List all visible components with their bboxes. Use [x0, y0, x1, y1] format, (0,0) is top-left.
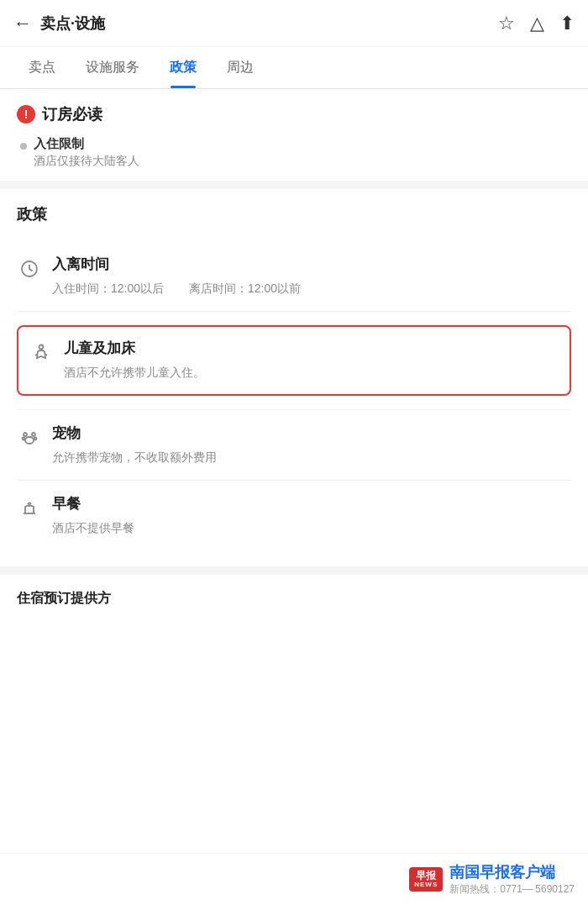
badge-logo-top: 早报	[416, 871, 436, 881]
badge-container: 早报 NEWS 南国早报客户端 新闻热线：0771— 5690127	[409, 862, 575, 897]
badge-brand-name: 南国早报客户端	[449, 862, 575, 882]
provider-divider	[0, 566, 588, 575]
badge-logo: 早报 NEWS	[409, 867, 443, 892]
checkin-policy-item: 入离时间 入住时间：12:00以后 离店时间：12:00以前	[17, 241, 571, 312]
must-read-icon: !	[17, 105, 35, 124]
restriction-item: 入住限制 酒店仅接待大陆客人	[20, 136, 571, 169]
header-icons: ☆ △ ⬆	[498, 13, 575, 34]
bottom-badge: 早报 NEWS 南国早报客户端 新闻热线：0771— 5690127	[0, 853, 588, 905]
breakfast-desc: 酒店不提供早餐	[52, 518, 571, 537]
hotline-number: 0771— 5690127	[500, 883, 575, 895]
back-button[interactable]: ←	[13, 13, 32, 34]
star-icon[interactable]: ☆	[498, 13, 515, 34]
tab-policy[interactable]: 政策	[155, 47, 212, 88]
tab-nearby[interactable]: 周边	[212, 47, 269, 88]
svg-point-4	[32, 433, 35, 436]
badge-logo-bottom: NEWS	[414, 881, 438, 889]
svg-point-2	[25, 437, 34, 444]
checkin-title: 入离时间	[52, 255, 571, 274]
alert-icon[interactable]: △	[530, 13, 544, 34]
pet-policy-item: 宠物 允许携带宠物，不收取额外费用	[17, 410, 571, 481]
content: ! 订房必读 入住限制 酒店仅接待大陆客人 政策 入离时间	[0, 89, 588, 680]
svg-point-3	[24, 433, 27, 436]
tab-bar: 卖点 设施服务 政策 周边	[0, 47, 588, 89]
must-read-label: 订房必读	[42, 104, 102, 124]
breakfast-policy-item: 早餐 酒店不提供早餐	[17, 481, 571, 550]
tab-facilities[interactable]: 设施服务	[71, 47, 155, 88]
checkin-content: 入离时间 入住时间：12:00以后 离店时间：12:00以前	[52, 255, 571, 297]
policy-section-title: 政策	[17, 204, 571, 224]
clock-icon-wrap	[17, 256, 42, 281]
child-icon	[31, 343, 51, 363]
policy-section: 政策 入离时间 入住时间：12:00以后 离店时间：12:00以前	[0, 189, 588, 566]
restriction-desc: 酒店仅接待大陆客人	[34, 154, 139, 169]
badge-brand: 南国早报客户端 新闻热线：0771— 5690127	[449, 862, 575, 897]
badge-hotline: 新闻热线：0771— 5690127	[449, 882, 575, 897]
bullet-dot	[20, 143, 27, 150]
clock-icon	[19, 259, 39, 279]
pet-icon	[19, 428, 39, 448]
restriction-content: 入住限制 酒店仅接待大陆客人	[34, 136, 139, 169]
pet-icon-wrap	[17, 425, 42, 450]
must-read-section: ! 订房必读 入住限制 酒店仅接待大陆客人	[0, 89, 588, 181]
children-policy-box: 儿童及加床 酒店不允许携带儿童入住。	[17, 325, 571, 395]
pet-desc: 允许携带宠物，不收取额外费用	[52, 448, 571, 466]
svg-point-1	[39, 345, 44, 350]
breakfast-title: 早餐	[52, 494, 571, 513]
pet-title: 宠物	[52, 424, 571, 443]
children-content: 儿童及加床 酒店不允许携带儿童入住。	[64, 339, 559, 381]
svg-point-6	[34, 437, 37, 439]
checkout-time: 离店时间：12:00以前	[189, 279, 301, 297]
header: ← 卖点·设施 ☆ △ ⬆	[0, 0, 588, 47]
must-read-title: ! 订房必读	[17, 104, 571, 124]
children-title: 儿童及加床	[64, 339, 559, 358]
hotline-label: 新闻热线：	[449, 883, 500, 895]
tab-selling-points[interactable]: 卖点	[13, 47, 71, 88]
provider-section: 住宿预订提供方	[0, 575, 588, 629]
header-left: ← 卖点·设施	[13, 13, 105, 34]
restriction-title: 入住限制	[34, 136, 139, 152]
svg-point-5	[23, 437, 25, 439]
breakfast-icon-wrap	[17, 496, 42, 521]
checkin-time: 入住时间：12:00以后	[52, 279, 164, 297]
breakfast-icon	[19, 498, 39, 518]
section-divider	[0, 181, 588, 189]
share-icon[interactable]: ⬆	[559, 13, 575, 34]
child-icon-wrap	[29, 340, 54, 366]
breakfast-content: 早餐 酒店不提供早餐	[52, 494, 571, 537]
provider-title: 住宿预订提供方	[17, 590, 571, 608]
children-desc: 酒店不允许携带儿童入住。	[64, 363, 559, 381]
pet-content: 宠物 允许携带宠物，不收取额外费用	[52, 424, 571, 466]
checkin-details: 入住时间：12:00以后 离店时间：12:00以前	[52, 279, 571, 297]
children-policy-outer: 儿童及加床 酒店不允许携带儿童入住。	[17, 312, 571, 409]
page-title: 卖点·设施	[40, 13, 105, 34]
